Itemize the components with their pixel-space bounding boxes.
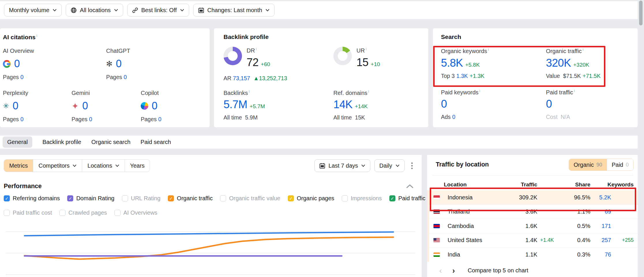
checkbox-paid-traffic[interactable]: Paid traffic bbox=[389, 195, 425, 202]
ai-overview-pages[interactable]: 0 bbox=[20, 74, 24, 80]
dr-value: 72 bbox=[247, 56, 258, 68]
segment-competitors[interactable]: Competitors bbox=[33, 160, 82, 172]
changes-filter[interactable]: Changes: Last month bbox=[193, 4, 275, 16]
cambodia-flag-icon bbox=[433, 224, 440, 228]
paid-keywords-metric: Paid keywordsi 0 Ads 0 bbox=[441, 89, 546, 121]
chatgpt-value[interactable]: 0 bbox=[116, 58, 122, 70]
table-row-united-states[interactable]: United States 1.4K +1.4K 0.4% 257 +255 bbox=[427, 233, 638, 248]
chevron-down-icon bbox=[52, 9, 57, 12]
traffic-value-row: Value $71.5K+71.5K bbox=[546, 73, 600, 79]
gemini-label: Gemini bbox=[72, 90, 141, 96]
keywords-link[interactable]: 257 bbox=[590, 237, 611, 244]
segment-years[interactable]: Years bbox=[125, 160, 150, 172]
best-links-label: Best links: Off bbox=[141, 7, 177, 14]
perplexity-value[interactable]: 0 bbox=[13, 100, 18, 112]
segment-locations[interactable]: Locations bbox=[82, 160, 125, 172]
ur-delta: +10 bbox=[371, 61, 380, 67]
locations-filter[interactable]: All locations bbox=[66, 4, 123, 16]
tab-organic-search[interactable]: Organic search bbox=[91, 139, 131, 145]
gemini-icon: ✦ bbox=[72, 102, 79, 110]
tab-general[interactable]: General bbox=[3, 136, 32, 148]
keywords-link[interactable]: 171 bbox=[590, 223, 611, 229]
perplexity-metric: Perplexity ✳0 Pages 0 bbox=[3, 90, 72, 123]
granularity-button[interactable]: Daily bbox=[374, 159, 404, 172]
table-row-india[interactable]: India 1.1K 0.3% 76 bbox=[427, 247, 638, 262]
backlink-profile-title: Backlink profile bbox=[224, 33, 428, 40]
checkbox-organic-traffic-value[interactable]: Organic traffic value bbox=[220, 195, 280, 202]
checkbox-domain-rating[interactable]: Domain Rating bbox=[67, 195, 114, 202]
perplexity-pages[interactable]: 0 bbox=[20, 116, 24, 122]
info-icon: i bbox=[366, 47, 367, 51]
globe-icon bbox=[71, 7, 77, 13]
ar-value[interactable]: 73,157 bbox=[233, 75, 250, 81]
indonesia-flag-icon bbox=[433, 195, 440, 200]
copilot-value[interactable]: 0 bbox=[152, 100, 157, 112]
dr-donut bbox=[224, 47, 242, 65]
paid-keywords-value[interactable]: 0 bbox=[441, 98, 447, 110]
checkbox-referring-domains[interactable]: Referring domains bbox=[4, 195, 60, 202]
ref-domains-metric: Ref. domainsi 14K+14K All time 15K bbox=[333, 89, 369, 121]
ref-domains-value[interactable]: 14K bbox=[333, 98, 352, 111]
performance-line-chart[interactable] bbox=[0, 222, 422, 277]
paid-keywords-label: Paid keywordsi bbox=[441, 89, 546, 96]
checkbox-icon bbox=[4, 210, 10, 216]
checkbox-icon bbox=[4, 195, 10, 201]
col-share: Share bbox=[563, 181, 590, 188]
checkbox-impressions[interactable]: Impressions bbox=[342, 195, 382, 202]
col-location: Location bbox=[444, 181, 494, 188]
chevron-down-icon bbox=[361, 164, 365, 167]
location-table-footer: ‹ › Compare top 5 on chart bbox=[427, 264, 638, 277]
copilot-pages[interactable]: 0 bbox=[158, 116, 162, 122]
tab-backlink-profile[interactable]: Backlink profile bbox=[42, 139, 81, 145]
organic-traffic-value[interactable]: 320K bbox=[546, 57, 571, 69]
location-name: Cambodia bbox=[448, 223, 494, 229]
best-links-filter[interactable]: Best links: Off bbox=[127, 4, 189, 16]
gemini-metric: Gemini ✦0 Pages 0 bbox=[72, 90, 141, 123]
ref-domains-delta: +14K bbox=[355, 103, 368, 109]
keywords-link[interactable]: 76 bbox=[590, 251, 611, 258]
more-options-kebab-icon[interactable] bbox=[409, 159, 416, 172]
table-row-thailand[interactable]: Thailand 3.6K 1.1% 69 bbox=[427, 205, 638, 219]
segment-metrics[interactable]: Metrics bbox=[4, 160, 33, 172]
toggle-paid[interactable]: Paid0 bbox=[607, 159, 633, 171]
scrollbar-thumb[interactable] bbox=[639, 1, 643, 25]
pagination-next-icon[interactable]: › bbox=[452, 266, 455, 275]
paid-traffic-value[interactable]: 0 bbox=[546, 98, 552, 110]
info-icon: i bbox=[368, 89, 369, 93]
toggle-organic[interactable]: Organic90 bbox=[569, 159, 607, 171]
ads-value[interactable]: 0 bbox=[452, 114, 455, 120]
backlinks-value[interactable]: 5.7M bbox=[224, 98, 247, 111]
top3-value[interactable]: 1.3K bbox=[456, 73, 468, 79]
table-row-indonesia[interactable]: Indonesia 309.2K 96.5% 5.2K bbox=[427, 190, 638, 205]
pagination-prev-icon[interactable]: ‹ bbox=[439, 266, 442, 275]
gemini-value[interactable]: 0 bbox=[82, 100, 88, 112]
gemini-pages[interactable]: 0 bbox=[89, 116, 92, 122]
table-row-cambodia[interactable]: Cambodia 1.6K 0.5% 171 bbox=[427, 219, 638, 233]
chevron-down-icon bbox=[72, 164, 77, 167]
organic-keywords-value[interactable]: 5.8K bbox=[441, 57, 463, 69]
checkbox-ai-overviews[interactable]: AI Overviews bbox=[114, 209, 157, 216]
ai-overview-value[interactable]: 0 bbox=[14, 58, 20, 70]
keywords-link[interactable]: 69 bbox=[590, 208, 611, 215]
monthly-volume-filter[interactable]: Monthly volume bbox=[4, 4, 62, 16]
share-value: 0.5% bbox=[563, 223, 590, 229]
tab-paid-search[interactable]: Paid search bbox=[140, 139, 171, 145]
col-keywords: Keywords bbox=[590, 181, 634, 188]
share-value: 0.4% bbox=[563, 237, 590, 244]
checkbox-url-rating[interactable]: URL Rating bbox=[122, 195, 161, 202]
date-range-button[interactable]: Last 7 days bbox=[314, 159, 370, 172]
compare-top5-button[interactable]: Compare top 5 on chart bbox=[468, 267, 528, 274]
top3-delta: +1.3K bbox=[470, 73, 485, 79]
ar-delta: ▲13,252,713 bbox=[254, 75, 287, 81]
scrollbar-track[interactable] bbox=[638, 0, 644, 277]
checkbox-organic-pages[interactable]: Organic pages bbox=[288, 195, 334, 202]
chatgpt-pages[interactable]: 0 bbox=[124, 74, 127, 80]
copilot-icon bbox=[141, 102, 148, 110]
checkbox-organic-traffic[interactable]: Organic traffic bbox=[168, 195, 213, 202]
keywords-link[interactable]: 5.2K bbox=[590, 194, 611, 201]
checkbox-paid-traffic-cost[interactable]: Paid traffic cost bbox=[4, 209, 52, 216]
keywords-delta: +255 bbox=[611, 237, 634, 243]
checkbox-crawled-pages[interactable]: Crawled pages bbox=[59, 209, 107, 216]
chevron-down-icon bbox=[180, 9, 184, 12]
collapse-chevron-up-icon[interactable] bbox=[406, 184, 414, 188]
